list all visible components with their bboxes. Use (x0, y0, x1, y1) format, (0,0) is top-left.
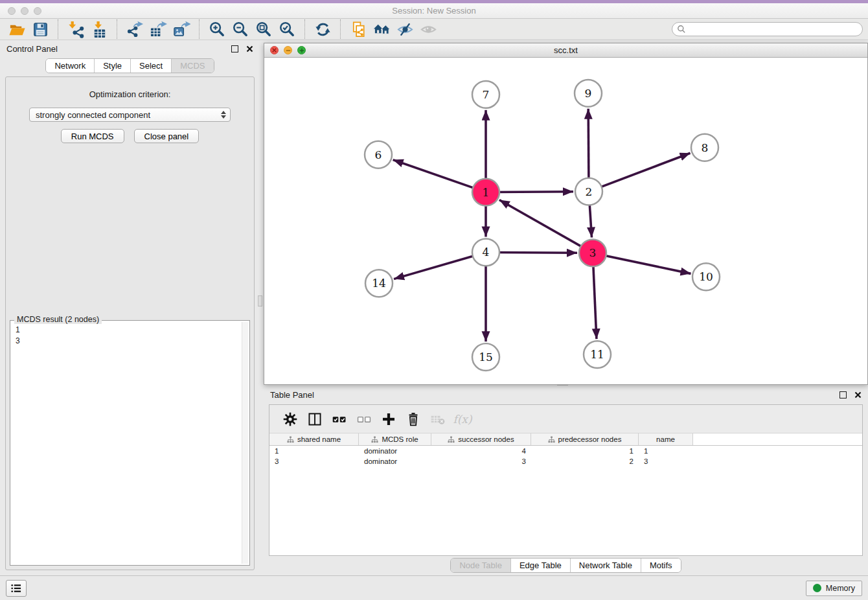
tab-edge-table[interactable]: Edge Table (510, 559, 570, 572)
split-columns-icon[interactable] (303, 408, 327, 431)
graph-edge-2-8[interactable] (589, 153, 691, 191)
optimization-criterion-dropdown[interactable]: strongly connected component (29, 108, 231, 122)
zoom-fit-icon[interactable] (252, 19, 275, 39)
mcds-result-title: MCDS result (2 nodes) (14, 315, 102, 324)
graph-edge-3-1[interactable] (499, 200, 593, 253)
table-column-headers: shared nameMCDS rolesuccessor nodesprede… (269, 433, 862, 446)
graph-node-10[interactable]: 10 (692, 263, 720, 290)
table-row[interactable]: 3dominator323 (269, 456, 862, 467)
svg-text:9: 9 (585, 87, 592, 100)
tab-select[interactable]: Select (130, 59, 171, 73)
network-window-titlebar[interactable]: scc.txt (264, 43, 867, 58)
svg-text:4: 4 (483, 246, 490, 259)
cell-name[interactable]: 1 (639, 447, 693, 455)
graph-node-11[interactable]: 11 (584, 341, 611, 368)
graph-node-15[interactable]: 15 (472, 343, 499, 371)
close-panel-icon[interactable] (246, 45, 253, 52)
svg-text:14: 14 (372, 277, 386, 290)
tab-style[interactable]: Style (94, 59, 130, 73)
mcds-panel: Optimization criterion: strongly connect… (5, 76, 255, 570)
add-column-icon[interactable] (376, 408, 401, 431)
graph-edge-3-10[interactable] (593, 253, 691, 273)
frame-minimize-icon[interactable] (284, 46, 292, 54)
search-box[interactable] (672, 22, 863, 36)
float-panel-icon[interactable] (231, 45, 238, 52)
zoom-out-icon[interactable] (229, 19, 252, 39)
refresh-icon[interactable] (311, 19, 334, 39)
export-network-icon[interactable] (123, 19, 146, 39)
run-mcds-button[interactable]: Run MCDS (61, 129, 124, 143)
search-icon (676, 24, 687, 34)
dropdown-stepper-icon (221, 111, 226, 119)
select-all-columns-icon[interactable] (327, 408, 352, 431)
graph-node-6[interactable]: 6 (365, 141, 392, 168)
column-header-name[interactable]: name (639, 433, 693, 445)
close-panel-button[interactable]: Close panel (134, 129, 200, 143)
vertical-splitter-handle[interactable] (258, 295, 262, 306)
column-header-MCDS-role[interactable]: MCDS role (359, 433, 431, 445)
graph-node-8[interactable]: 8 (691, 134, 718, 161)
hide-panel-eye-icon[interactable] (393, 19, 417, 39)
graph-node-3[interactable]: 3 (579, 239, 606, 266)
memory-button[interactable]: Memory (806, 581, 862, 596)
search-input[interactable] (687, 25, 858, 34)
save-session-icon[interactable] (29, 19, 52, 39)
toolbar-separator (199, 19, 200, 39)
deselect-all-columns-icon[interactable] (352, 408, 376, 431)
cell-MCDS-role[interactable]: dominator (359, 457, 431, 465)
home-layout-icon[interactable] (370, 19, 393, 39)
tab-node-table[interactable]: Node Table (451, 559, 510, 572)
cell-successor-nodes[interactable]: 3 (431, 457, 531, 465)
tab-mcds[interactable]: MCDS (171, 59, 213, 73)
column-header-shared-name[interactable]: shared name (269, 433, 359, 445)
cell-successor-nodes[interactable]: 4 (431, 447, 531, 455)
control-panel: Control Panel NetworkStyleSelectMCDS Opt… (0, 40, 260, 575)
graph-node-14[interactable]: 14 (365, 270, 393, 297)
graph-node-2[interactable]: 2 (575, 178, 602, 205)
cell-predecessor-nodes[interactable]: 1 (531, 447, 639, 455)
tab-motifs[interactable]: Motifs (641, 559, 681, 572)
cell-predecessor-nodes[interactable]: 2 (531, 457, 639, 465)
cell-shared-name[interactable]: 3 (269, 457, 359, 465)
graph-node-4[interactable]: 4 (472, 238, 499, 266)
table-row[interactable]: 1dominator411 (269, 446, 862, 456)
float-table-panel-icon[interactable] (839, 391, 847, 398)
tab-network-table[interactable]: Network Table (570, 559, 641, 572)
import-table-icon[interactable] (87, 19, 111, 39)
toolbar-icon-group (5, 19, 440, 39)
network-view-window: scc.txt 7968124314101511 (264, 43, 868, 385)
import-network-icon[interactable] (64, 19, 87, 39)
zoom-selected-icon[interactable] (275, 19, 299, 39)
column-header-successor-nodes[interactable]: successor nodes (431, 433, 531, 445)
export-image-icon[interactable] (170, 19, 193, 39)
export-table-icon[interactable] (146, 19, 170, 39)
toolbar-separator (117, 19, 117, 39)
task-list-icon (9, 581, 23, 595)
graph-edge-1-6[interactable] (393, 160, 486, 192)
cell-name[interactable]: 3 (639, 457, 693, 465)
duplicate-network-icon[interactable] (347, 19, 370, 39)
table-panel: Table Panel f(x) shared nameMCDS rolesuc… (264, 386, 868, 575)
frame-maximize-icon[interactable] (297, 46, 306, 54)
toolbar-separator (58, 19, 58, 39)
graph-node-1[interactable]: 1 (472, 179, 499, 206)
network-canvas[interactable]: 7968124314101511 (264, 58, 867, 384)
cell-MCDS-role[interactable]: dominator (359, 447, 431, 455)
zoom-in-icon[interactable] (205, 19, 229, 39)
window-title: Session: New Session (0, 6, 868, 16)
table-settings-gear-icon[interactable] (278, 408, 303, 431)
table-panel-header: Table Panel (264, 386, 868, 403)
tab-network[interactable]: Network (46, 59, 94, 73)
result-scrollbar[interactable] (242, 322, 248, 564)
open-file-icon[interactable] (5, 19, 29, 39)
control-panel-title: Control Panel (6, 44, 58, 54)
task-history-button[interactable] (6, 580, 27, 597)
cell-shared-name[interactable]: 1 (269, 447, 359, 455)
frame-close-icon[interactable] (270, 46, 279, 54)
close-table-panel-icon[interactable] (854, 391, 862, 398)
mcds-result-list[interactable]: 13 (12, 323, 240, 564)
graph-node-7[interactable]: 7 (472, 81, 499, 108)
delete-column-icon[interactable] (401, 408, 426, 431)
graph-node-9[interactable]: 9 (575, 80, 602, 107)
column-header-predecessor-nodes[interactable]: predecessor nodes (531, 433, 639, 445)
